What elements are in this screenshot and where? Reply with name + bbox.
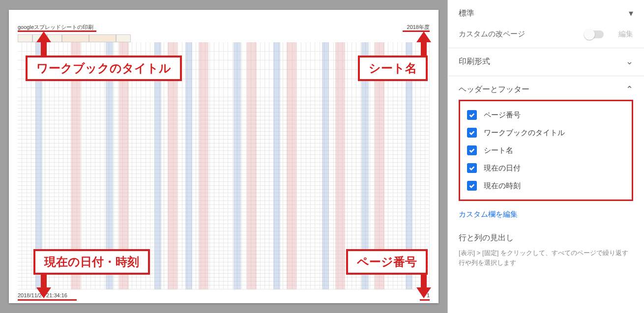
checkbox-label: ワークブックのタイトル: [484, 128, 565, 138]
chevron-down-icon[interactable]: ⌄: [626, 56, 633, 67]
checkbox-checked-icon[interactable]: [467, 110, 477, 120]
print-preview-area: googleスプレッドシートの印刷 2018年度 2018/11/24 21:3…: [0, 0, 447, 313]
checkbox-checked-icon[interactable]: [467, 128, 477, 138]
checkbox-label: 現在の時刻: [484, 181, 521, 191]
annotation-underline: [18, 299, 77, 301]
section-print-format[interactable]: 印刷形式 ⌄: [448, 48, 644, 76]
preview-page: googleスプレッドシートの印刷 2018年度 2018/11/24 21:3…: [9, 10, 439, 303]
checkbox-sheet-name[interactable]: シート名: [467, 142, 625, 159]
edit-custom-fields-link[interactable]: カスタム欄を編集: [459, 210, 633, 219]
checkbox-page-number[interactable]: ページ番号: [467, 106, 625, 124]
checkbox-checked-icon[interactable]: [467, 145, 477, 155]
annotation-underline: [18, 30, 96, 32]
header-right-text: 2018年度: [407, 24, 430, 31]
standard-label: 標準: [459, 8, 474, 19]
section-standard[interactable]: 標準 ▾ カスタムの改ページ 編集: [448, 0, 644, 48]
checkbox-label: ページ番号: [484, 111, 521, 120]
header-footer-options: ページ番号 ワークブックのタイトル シート名 現在の日付 現在の時刻: [459, 100, 633, 201]
row-col-headings-desc: [表示] > [固定] をクリックして、すべてのページで繰り返す行や列を選択しま…: [459, 248, 633, 267]
chevron-up-icon[interactable]: ⌃: [626, 84, 633, 95]
checkbox-checked-icon[interactable]: [467, 181, 477, 191]
callout-date-time: 現在の日付・時刻: [33, 249, 150, 275]
callout-page-number: ページ番号: [346, 249, 428, 275]
header-left-text: googleスプレッドシートの印刷: [18, 24, 93, 31]
callout-sheet-name: シート名: [358, 56, 428, 81]
callout-workbook-title: ワークブックのタイトル: [26, 56, 182, 81]
checkbox-label: シート名: [484, 146, 513, 155]
custom-breaks-edit: 編集: [618, 29, 633, 39]
checkbox-workbook-title[interactable]: ワークブックのタイトル: [467, 124, 625, 142]
print-format-label: 印刷形式: [459, 57, 490, 67]
checkbox-current-time[interactable]: 現在の時刻: [467, 177, 625, 195]
row-col-headings-label: 行と列の見出し: [459, 233, 633, 243]
section-header-footer[interactable]: ヘッダーとフッター ⌃ ページ番号 ワークブックのタイトル シート名 現在の日付: [448, 76, 644, 276]
annotation-underline: [420, 299, 430, 301]
header-footer-label: ヘッダーとフッター: [459, 85, 529, 95]
checkbox-current-date[interactable]: 現在の日付: [467, 159, 625, 177]
print-settings-sidebar[interactable]: 標準 ▾ カスタムの改ページ 編集 印刷形式 ⌄ ヘッダーとフッター ⌃ ページ…: [447, 0, 644, 313]
dropdown-caret-icon[interactable]: ▾: [629, 8, 633, 19]
custom-breaks-toggle[interactable]: [585, 30, 604, 38]
custom-breaks-label: カスタムの改ページ: [459, 29, 525, 39]
checkbox-checked-icon[interactable]: [467, 163, 477, 173]
checkbox-label: 現在の日付: [484, 164, 521, 173]
